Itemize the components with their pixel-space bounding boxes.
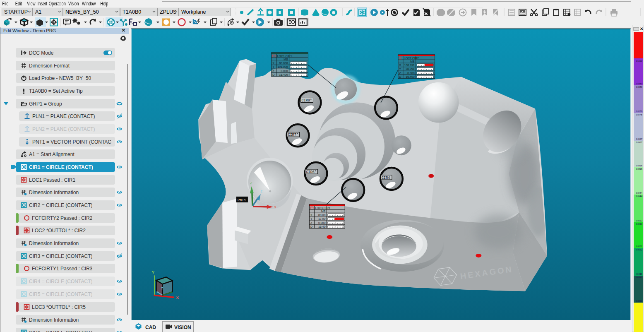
svg-text:CIR6*: CIR6* [306,170,317,174]
svg-text:MS: MS [284,58,288,61]
svg-text:LOC1 CIR1: LOC1 CIR1 [277,55,292,58]
svg-text:16.400: 16.400 [406,75,414,78]
svg-text:Z: Z [310,221,312,224]
svg-text:X: X [310,214,312,217]
svg-text:x: x [274,205,276,209]
svg-text:LOC2 CIR2: LOC2 CIR2 [404,57,419,60]
svg-text:0.000: 0.000 [407,72,415,75]
svg-text:Y: Y [310,217,312,220]
svg-text:CIR7*: CIR7* [288,133,298,137]
svg-text:16.400: 16.400 [279,73,288,76]
svg-text:CIR4: CIR4 [382,176,390,180]
svg-text:Z: Z [399,72,401,75]
svg-text:MS: MS [321,210,326,213]
svg-text:16.40: 16.40 [318,225,326,228]
svg-text:LOC3 CIR5: LOC3 CIR5 [315,207,330,209]
svg-text:CIR8*: CIR8* [302,99,312,103]
svg-text:D: D [272,73,274,76]
svg-text:X: X [272,62,274,65]
svg-text:80.00: 80.00 [318,214,326,217]
svg-text:✓: ✓ [250,181,253,185]
svg-text:Y: Y [152,270,155,274]
svg-text:Y: Y [399,67,401,70]
svg-text:Y: Y [272,65,274,68]
svg-text:Z: Z [272,70,274,72]
svg-text:X: X [176,295,179,300]
svg-text:MS: MS [410,60,415,63]
svg-text:D: D [310,225,312,228]
svg-text:80.000: 80.000 [279,62,288,65]
svg-text:108.991: 108.991 [404,64,415,67]
svg-text:z: z [261,189,263,193]
svg-text:17.00: 17.00 [318,217,326,220]
svg-text:D: D [399,75,401,78]
svg-text:0.000: 0.000 [318,221,326,224]
svg-text:0.000: 0.000 [281,70,288,72]
svg-text:z: z [161,286,163,290]
svg-text:X: X [399,64,401,67]
svg-text:PNT1: PNT1 [238,198,246,202]
svg-text:88.991: 88.991 [406,67,414,70]
svg-text:101.000: 101.000 [277,65,288,68]
